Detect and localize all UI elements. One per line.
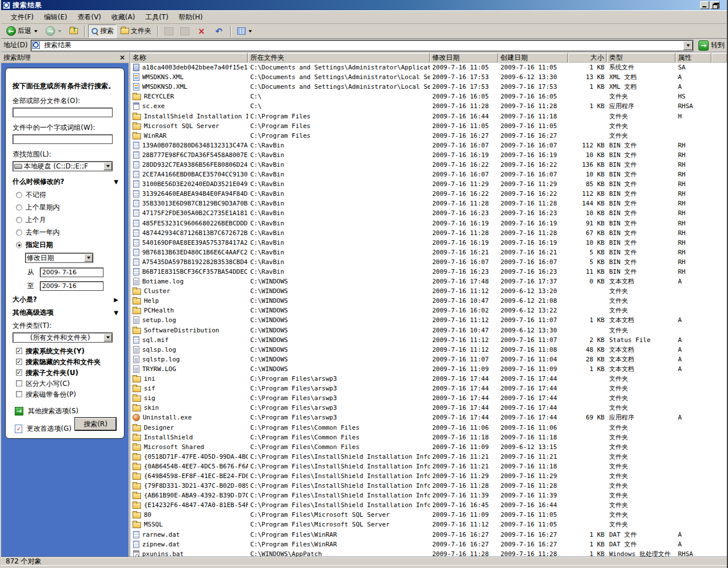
- radio-icon[interactable]: [16, 192, 22, 198]
- close-panel-icon[interactable]: ×: [118, 54, 126, 62]
- file-row[interactable]: DesignerC:\Program Files\Common Files200…: [130, 422, 727, 432]
- file-row[interactable]: B6B71E8315BCF36CF357BA54DDEC...C:\RavBin…: [130, 267, 727, 277]
- checkbox-icon[interactable]: [16, 380, 22, 386]
- more-options-link[interactable]: → 其他搜索选项(S): [15, 406, 118, 416]
- checkbox-icon[interactable]: [16, 391, 22, 397]
- search-option-1[interactable]: 搜索隐藏的文件和文件夹: [16, 358, 118, 366]
- search-toggle-button[interactable]: 搜索: [88, 24, 117, 38]
- file-row[interactable]: InstallShieldC:\Program Files\Common Fil…: [130, 433, 727, 442]
- column-header-3[interactable]: 创建日期: [498, 53, 568, 63]
- file-row[interactable]: Botiame.logC:\WINDOWS2009-7-16 17:482009…: [130, 277, 727, 286]
- file-row[interactable]: sqlsp.logC:\WINDOWS2009-7-16 11:122009-7…: [130, 345, 727, 355]
- file-row[interactable]: skinC:\Program Files\arswp32009-7-16 17:…: [130, 403, 727, 413]
- file-row[interactable]: ClusterC:\WINDOWS2009-7-16 11:122009-6-1…: [130, 286, 727, 296]
- menu-item-1[interactable]: 编辑(E): [39, 11, 72, 23]
- undo-button[interactable]: ↶: [211, 24, 228, 38]
- menu-item-3[interactable]: 收藏(A): [106, 11, 140, 23]
- file-row[interactable]: {649B4598-EF8F-41EC-BE24-FD0...C:\Progra…: [130, 471, 727, 481]
- file-row[interactable]: sqlstp.logC:\WINDOWS2009-7-16 11:072009-…: [130, 355, 727, 364]
- file-row[interactable]: 487442934C87126B13B7C672672B...C:\RavBin…: [130, 228, 727, 238]
- file-row[interactable]: 28B777E98F6C7DA36F5458A8007E...C:\RavBin…: [130, 150, 727, 160]
- search-button[interactable]: 搜索(R): [75, 418, 116, 430]
- forward-dropdown-arrow[interactable]: [58, 30, 61, 32]
- file-row[interactable]: iniC:\Program Files\arswp32009-7-16 17:4…: [130, 374, 727, 384]
- file-row[interactable]: Microsoft SQL ServerC:\Program Files2009…: [130, 121, 727, 131]
- file-row[interactable]: A75435DA597B8192282B3538CBD4...C:\RavBin…: [130, 257, 727, 267]
- file-row[interactable]: sifC:\Program Files\arswp32009-7-16 17:4…: [130, 384, 727, 393]
- search-option-0[interactable]: 搜索系统文件夹(Y): [16, 347, 118, 355]
- file-row[interactable]: sc.exeC:\2009-7-16 11:282009-7-16 11:281…: [130, 101, 727, 111]
- file-row[interactable]: 28DD932C7EA9386B56FE80806D24...C:\RavBin…: [130, 160, 727, 170]
- column-header-4[interactable]: 大小: [568, 53, 607, 63]
- filetype-select[interactable]: (所有文件和文件夹): [13, 332, 113, 343]
- date-type-dropdown-button[interactable]: [84, 254, 93, 262]
- menu-item-4[interactable]: 工具(T): [140, 11, 173, 23]
- file-row[interactable]: 9B76813B63ED480C1B6E6C4AAFC2...C:\RavBin…: [130, 248, 727, 257]
- file-row[interactable]: sigC:\Program Files\arswp32009-7-16 17:4…: [130, 393, 727, 403]
- column-header-5[interactable]: 类型: [607, 53, 676, 63]
- scope-select[interactable]: 本地硬盘 (C:;D:;E:;F: [13, 161, 113, 171]
- menu-item-0[interactable]: 文件(F): [6, 11, 39, 23]
- file-row[interactable]: 485FE53231C9606680226BEBCDDD...C:\RavBin…: [130, 219, 727, 228]
- scope-dropdown-button[interactable]: [104, 162, 112, 170]
- file-row[interactable]: 3100BE56D3E20240EDAD3521E049...C:\RavBin…: [130, 179, 727, 189]
- file-row[interactable]: RECYCLERC:\2009-7-16 16:052009-7-16 16:0…: [130, 92, 727, 101]
- column-header-2[interactable]: 修改日期: [430, 53, 498, 63]
- checkbox-icon[interactable]: [16, 359, 22, 365]
- up-button[interactable]: ↑: [67, 24, 81, 38]
- when-option-3[interactable]: 去年一年内: [16, 228, 118, 237]
- search-option-4[interactable]: 搜索磁带备份(P): [16, 390, 118, 398]
- file-row[interactable]: {E14232F6-4847-47A0-81EB-54F...C:\Progra…: [130, 500, 727, 510]
- file-row[interactable]: WMSDKNS.XMLC:\Documents and Settings\Adm…: [130, 72, 727, 82]
- forward-button[interactable]: →: [43, 24, 65, 38]
- file-row[interactable]: {79F8D331-3D21-437C-B02D-089...C:\Progra…: [130, 481, 727, 491]
- checkbox-icon[interactable]: [16, 369, 22, 376]
- go-button[interactable]: → 转到: [696, 40, 726, 51]
- checkbox-icon[interactable]: [16, 348, 22, 354]
- copy-to-button[interactable]: [177, 24, 192, 38]
- address-input[interactable]: 搜索结果: [31, 40, 693, 51]
- file-row[interactable]: MSSQLC:\Program Files\Microsoft SQL Serv…: [130, 520, 727, 529]
- when-option-0[interactable]: 不记得: [16, 190, 118, 200]
- file-row[interactable]: pxunins.batC:\WINDOWS\AppPatch2009-7-16 …: [130, 549, 727, 557]
- file-row[interactable]: 47175F2FDE305A0B2C2735E1A181...C:\RavBin…: [130, 208, 727, 218]
- radio-icon[interactable]: [16, 229, 22, 236]
- file-row[interactable]: Microsoft SharedC:\Program Files\Common …: [130, 442, 727, 452]
- move-to-button[interactable]: [162, 24, 176, 38]
- file-row[interactable]: HelpC:\WINDOWS2009-7-16 10:472009-6-12 2…: [130, 296, 727, 306]
- file-row[interactable]: SoftwareDistributionC:\WINDOWS2009-7-16 …: [130, 326, 727, 335]
- filetype-dropdown-button[interactable]: [104, 334, 112, 341]
- file-row[interactable]: 2CE7A4166EBD0BACE35704CC9130...C:\RavBin…: [130, 170, 727, 179]
- file-row[interactable]: 313926460EABEA94B4E0FA94F84D...C:\RavBin…: [130, 189, 727, 199]
- from-date-input[interactable]: 2009- 7-16: [40, 267, 104, 277]
- delete-button[interactable]: ×: [193, 24, 210, 38]
- when-option-1[interactable]: 上个星期内: [16, 203, 118, 212]
- radio-icon[interactable]: [16, 242, 22, 248]
- file-row[interactable]: InstallShield Installation I...C:\Progra…: [130, 111, 727, 121]
- when-modified-section[interactable]: 什么时候修改的? ▼: [13, 177, 118, 187]
- views-button[interactable]: [234, 24, 256, 38]
- back-dropdown-arrow[interactable]: [34, 30, 38, 32]
- file-row[interactable]: rarnew.datC:\Program Files\WinRAR2009-7-…: [130, 530, 727, 540]
- file-row[interactable]: 139A0B0780280D6348132313C47A...C:\RavBin…: [130, 141, 727, 150]
- file-row[interactable]: WMSDKNSD.XMLC:\Documents and Settings\Ad…: [130, 82, 727, 92]
- file-row[interactable]: sql.mifC:\WINDOWS2009-7-16 11:122009-7-1…: [130, 335, 727, 345]
- file-row[interactable]: a18ca4003deb042bbee7a40f15e1...C:\Docume…: [130, 63, 727, 72]
- size-section[interactable]: 大小是? ▶: [13, 295, 118, 304]
- restore-button[interactable]: [710, 1, 719, 9]
- file-row[interactable]: 35B33013E6D9B7CB129BC9D3A70B...C:\RavBin…: [130, 199, 727, 208]
- menu-item-2[interactable]: 查看(V): [72, 11, 106, 23]
- file-row[interactable]: WinRARC:\Program Files2009-7-16 16:27200…: [130, 131, 727, 141]
- file-row[interactable]: Uninstall.exeC:\Program Files\arswp32009…: [130, 413, 727, 422]
- search-option-3[interactable]: 区分大小写(C): [16, 380, 118, 388]
- file-row[interactable]: setup.logC:\WINDOWS2009-7-16 11:122009-7…: [130, 315, 727, 325]
- search-option-2[interactable]: 搜索子文件夹(U): [16, 369, 118, 377]
- address-dropdown-button[interactable]: [683, 41, 693, 50]
- file-row[interactable]: TRYRW.LOGC:\WINDOWS2009-7-16 11:092009-7…: [130, 364, 727, 374]
- file-row[interactable]: zipnew.datC:\Program Files\WinRAR2009-7-…: [130, 540, 727, 549]
- folders-toggle-button[interactable]: 文件夹: [118, 24, 154, 38]
- to-date-input[interactable]: 2009- 7-16: [40, 281, 104, 291]
- when-option-2[interactable]: 上个月: [16, 215, 118, 225]
- date-type-select[interactable]: 修改日期: [25, 253, 93, 263]
- back-button[interactable]: ← 后退: [3, 24, 42, 38]
